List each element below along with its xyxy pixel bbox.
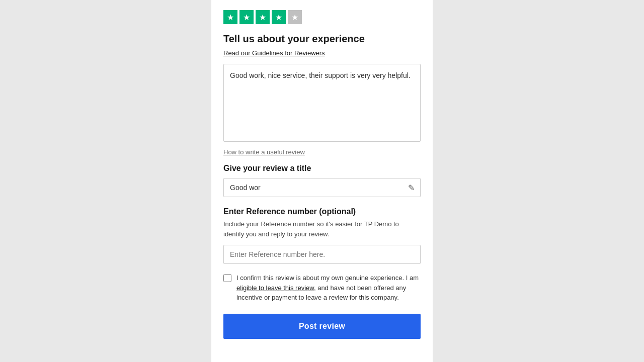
review-card: ★ ★ ★ ★ ★ Tell us about your experience …	[211, 0, 433, 362]
confirm-row: I confirm this review is about my own ge…	[223, 273, 421, 303]
star-4[interactable]: ★	[272, 10, 286, 24]
section-title: Tell us about your experience	[223, 33, 421, 45]
reference-description: Include your Reference number so it's ea…	[223, 219, 421, 239]
title-input[interactable]	[223, 178, 421, 197]
edit-icon[interactable]: ✎	[408, 183, 415, 193]
star-1[interactable]: ★	[223, 10, 237, 24]
confirm-text-before: I confirm this review is about my own ge…	[236, 274, 419, 282]
guidelines-link[interactable]: Read our Guidelines for Reviewers	[223, 49, 325, 57]
reference-section-title: Enter Reference number (optional)	[223, 207, 421, 216]
review-textarea[interactable]: Good work, nice service, their support i…	[223, 64, 421, 142]
star-3[interactable]: ★	[256, 10, 270, 24]
title-input-wrapper: ✎	[223, 178, 421, 197]
star-rating-row: ★ ★ ★ ★ ★	[223, 10, 421, 24]
useful-review-link[interactable]: How to write a useful review	[223, 148, 305, 156]
confirm-checkbox[interactable]	[223, 274, 231, 282]
eligible-link[interactable]: eligible to leave this review	[236, 284, 314, 292]
star-2[interactable]: ★	[239, 10, 254, 24]
post-review-button[interactable]: Post review	[223, 314, 421, 339]
star-5[interactable]: ★	[288, 10, 302, 24]
reference-input[interactable]	[223, 245, 421, 264]
page-wrapper: ★ ★ ★ ★ ★ Tell us about your experience …	[0, 0, 644, 362]
title-field-label: Give your review a title	[223, 164, 421, 173]
confirm-text: I confirm this review is about my own ge…	[236, 273, 421, 303]
